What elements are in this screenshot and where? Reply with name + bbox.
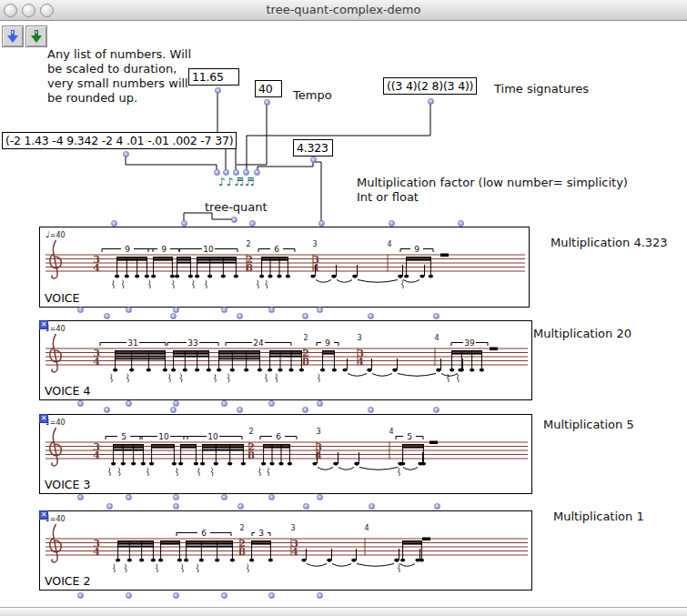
connection-port[interactable] — [268, 400, 275, 407]
connection-port[interactable] — [433, 313, 439, 319]
connection-port[interactable] — [170, 313, 177, 319]
connection-port[interactable] — [221, 307, 227, 313]
svg-text:3: 3 — [312, 240, 317, 248]
connection-port[interactable] — [434, 503, 440, 510]
svg-text:9: 9 — [414, 245, 419, 254]
svg-text:39: 39 — [464, 338, 475, 348]
connection-port[interactable] — [126, 494, 132, 500]
connection-port[interactable] — [268, 592, 275, 599]
connection-port[interactable] — [173, 400, 179, 407]
tempo-mark: ♩=40 — [45, 323, 66, 333]
connection-port[interactable] — [243, 169, 249, 176]
connection-port[interactable] — [368, 313, 374, 319]
connection-port[interactable] — [104, 407, 110, 413]
connection-port[interactable] — [126, 307, 132, 313]
connection-port[interactable] — [237, 313, 243, 319]
connection-port[interactable] — [173, 503, 179, 510]
svg-text:33: 33 — [187, 338, 197, 348]
svg-text:8: 8 — [248, 449, 255, 461]
connection-port[interactable] — [77, 400, 84, 407]
connection-port[interactable] — [318, 220, 325, 227]
svg-text:3: 3 — [357, 334, 361, 342]
connection-port[interactable] — [369, 503, 375, 510]
svg-text:6: 6 — [274, 245, 279, 254]
connection-port[interactable] — [111, 220, 117, 227]
connection-port[interactable] — [77, 494, 84, 500]
connection-port[interactable] — [221, 400, 227, 407]
connection-port[interactable] — [173, 307, 179, 313]
svg-text:4: 4 — [93, 449, 100, 461]
connection-port[interactable] — [77, 307, 84, 313]
horizontal-scrollbar[interactable] — [0, 607, 687, 616]
title-bar[interactable]: tree-quant-complex-demo — [0, 0, 687, 21]
voice-name: VOICE 2 — [45, 574, 90, 588]
connection-port[interactable] — [368, 407, 374, 413]
connection-port[interactable] — [104, 313, 110, 319]
connection-port[interactable] — [223, 169, 229, 176]
svg-text:6: 6 — [276, 432, 281, 441]
connection-port[interactable] — [428, 98, 434, 105]
connection-port[interactable] — [317, 592, 323, 599]
connection-port[interactable] — [170, 407, 177, 413]
voice-name: VOICE 3 — [45, 478, 90, 491]
connection-port[interactable] — [126, 592, 132, 599]
connection-port[interactable] — [268, 307, 275, 313]
connection-port[interactable] — [181, 220, 187, 227]
connection-port[interactable] — [303, 503, 309, 510]
connection-port[interactable] — [389, 220, 395, 227]
svg-text:10: 10 — [207, 432, 218, 441]
connection-port[interactable] — [221, 592, 227, 599]
svg-text:4: 4 — [93, 546, 100, 558]
connection-port[interactable] — [77, 592, 84, 599]
svg-text:2: 2 — [303, 334, 308, 342]
score-editor-box[interactable]: ✕♩=40VOICE 4342834234313324939 — [39, 320, 532, 400]
connection-port[interactable] — [268, 494, 275, 500]
svg-text:4: 4 — [93, 262, 100, 274]
connection-port[interactable] — [221, 494, 227, 500]
connection-port[interactable] — [173, 494, 179, 500]
connection-port[interactable] — [126, 400, 132, 407]
svg-text:6: 6 — [201, 529, 207, 538]
connection-port[interactable] — [123, 151, 129, 157]
svg-text:10: 10 — [203, 245, 214, 254]
score-notation: 34283423463 — [40, 511, 530, 588]
svg-text:10: 10 — [158, 432, 169, 441]
connection-port[interactable] — [254, 169, 260, 176]
connection-port[interactable] — [237, 407, 243, 413]
svg-text:3: 3 — [316, 428, 320, 436]
connection-port[interactable] — [302, 313, 308, 319]
connection-port[interactable] — [231, 217, 237, 223]
connection-port[interactable] — [264, 99, 270, 106]
connection-port[interactable] — [302, 407, 308, 413]
score-editor-box[interactable]: ✕♩=40VOICE 234283423463 — [39, 510, 532, 591]
connection-port[interactable] — [310, 157, 317, 163]
connection-port[interactable] — [237, 503, 244, 510]
voice-name: VOICE — [45, 291, 79, 305]
svg-text:2: 2 — [246, 240, 250, 248]
connection-port[interactable] — [106, 503, 113, 510]
svg-text:4: 4 — [93, 356, 100, 368]
svg-text:8: 8 — [238, 546, 246, 558]
voice-name: VOICE 4 — [45, 384, 90, 398]
svg-text:31: 31 — [127, 338, 137, 348]
connection-port[interactable] — [249, 220, 256, 227]
connection-port[interactable] — [215, 87, 221, 94]
svg-text:4: 4 — [315, 449, 322, 461]
svg-text:5: 5 — [121, 432, 126, 441]
connection-port[interactable] — [458, 220, 464, 227]
score-editor-box[interactable]: ♩=40VOICE342834234991069 — [39, 227, 530, 308]
patch-canvas[interactable]: Any list of numbers. Will be scaled to d… — [0, 21, 687, 608]
connection-port[interactable] — [214, 169, 220, 176]
connection-port[interactable] — [317, 307, 323, 313]
connection-port[interactable] — [233, 169, 239, 176]
svg-text:9: 9 — [161, 245, 167, 254]
connection-port[interactable] — [317, 494, 323, 500]
connection-port[interactable] — [173, 592, 179, 599]
svg-text:5: 5 — [407, 432, 412, 441]
connection-port[interactable] — [433, 407, 439, 413]
app-window: tree-quant-complex-demo Any list of numb… — [0, 0, 687, 616]
score-editor-box[interactable]: ✕♩=40VOICE 33428342345101065 — [39, 414, 532, 494]
svg-text:2: 2 — [248, 428, 253, 436]
connection-port[interactable] — [317, 400, 323, 407]
svg-text:4: 4 — [364, 524, 369, 532]
